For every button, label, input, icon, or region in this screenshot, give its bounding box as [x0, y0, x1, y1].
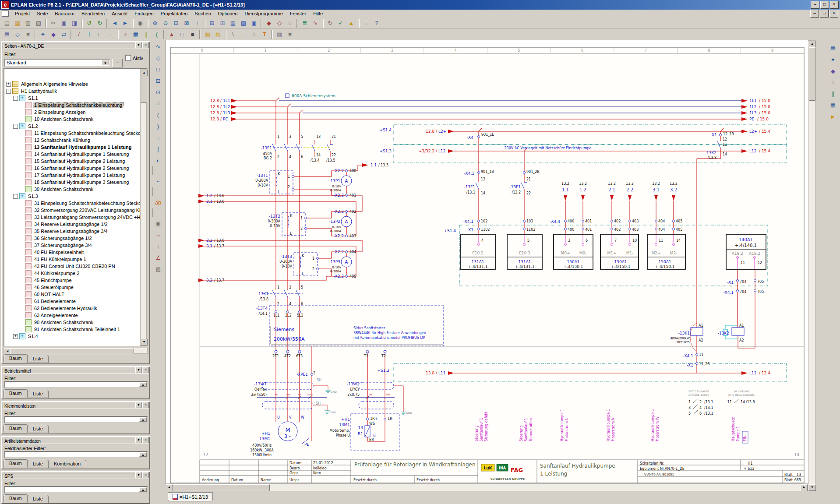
- tree-item[interactable]: 40 FU Einspeiseeinheit: [4, 249, 147, 256]
- close-button[interactable]: ×: [830, 1, 839, 9]
- find-icon[interactable]: ◉: [135, 18, 145, 28]
- graphic-line-icon[interactable]: \: [228, 29, 238, 40]
- ellipse-icon[interactable]: ◌: [153, 132, 163, 143]
- tree-item[interactable]: 16 Sanftanlauf Hydraulikpumpe 2 Steuerun…: [4, 165, 147, 172]
- terminal-icon[interactable]: ○: [120, 29, 131, 40]
- tree-item[interactable]: 14 Sanftanlauf Hydraulikpumpe 1 Steuerun…: [4, 151, 147, 158]
- symbol-select-icon[interactable]: ✦: [38, 29, 48, 40]
- nav-cables-icon[interactable]: ∥: [828, 88, 838, 99]
- aktiv-checkbox[interactable]: Aktiv: [125, 55, 143, 61]
- menu-projektdaten[interactable]: Projektdaten: [157, 10, 191, 17]
- collapse-icon[interactable]: -: [13, 96, 18, 101]
- tree-item[interactable]: 10 Ansichten Schaltschrank: [4, 116, 147, 123]
- panel-close-icon[interactable]: ×: [142, 472, 149, 478]
- tree-item[interactable]: ++S1.4: [4, 333, 147, 340]
- panel-menu-icon[interactable]: ▾: [135, 367, 142, 373]
- tree-item[interactable]: 63 Anzeigeelemente: [4, 312, 147, 319]
- circle-icon[interactable]: ○: [153, 98, 163, 109]
- tab-kombination[interactable]: Kombination: [48, 460, 86, 468]
- tree-item[interactable]: 1 Einspeisung Schaltschrankbeleuchtung: [4, 102, 147, 109]
- nav-symbols-icon[interactable]: ✦: [828, 54, 838, 65]
- nav-plc-icon[interactable]: ▦: [828, 100, 838, 110]
- check-icon[interactable]: ✓: [335, 18, 346, 28]
- text-icon[interactable]: ab: [153, 197, 163, 208]
- chevron-down-icon[interactable]: ▼: [139, 417, 147, 422]
- snap-grid-icon[interactable]: ▣: [249, 18, 259, 28]
- cable-definition-icon[interactable]: ∥: [141, 29, 152, 40]
- tab-liste[interactable]: Liste: [27, 355, 49, 363]
- polygon-icon[interactable]: ◇: [153, 53, 163, 63]
- plc-box-icon[interactable]: ▦: [131, 29, 141, 40]
- cross-reference-icon[interactable]: ⇄: [59, 29, 69, 40]
- zoom-window-icon[interactable]: ⊡: [171, 18, 181, 28]
- tab-baum[interactable]: Baum: [4, 389, 28, 398]
- collapse-icon[interactable]: -: [13, 124, 18, 129]
- panel-close-icon[interactable]: ×: [142, 42, 149, 48]
- insert-macro-icon[interactable]: ◇: [274, 18, 285, 28]
- panel-close-icon[interactable]: ×: [142, 367, 149, 373]
- menu-optionen[interactable]: Optionen: [215, 10, 241, 17]
- menu-projekt[interactable]: Projekt: [11, 10, 33, 17]
- potential-icon[interactable]: ∿: [310, 18, 321, 28]
- tree-item[interactable]: 11 Einspeisung Schaltschrankbeleuchtung …: [4, 130, 147, 137]
- canvas-horizontal-scrollbar[interactable]: ◄ ►: [165, 483, 808, 491]
- tree-item[interactable]: 60 NOT-HALT: [4, 291, 147, 298]
- menu-ansicht[interactable]: Ansicht: [108, 10, 131, 17]
- tab-baum[interactable]: Baum: [4, 354, 28, 363]
- menu-seite[interactable]: Seite: [33, 10, 51, 17]
- image-icon[interactable]: ▣: [153, 218, 163, 229]
- shield-icon[interactable]: (: [152, 29, 162, 40]
- dimension-angle-icon[interactable]: ∠: [153, 252, 163, 263]
- tab-liste[interactable]: Liste: [27, 495, 49, 503]
- panel-menu-icon[interactable]: ▾: [135, 437, 142, 443]
- print-icon[interactable]: ▧: [33, 18, 44, 28]
- circle-center-icon[interactable]: ⊙: [153, 87, 163, 97]
- tree-item[interactable]: 15 Sanftanlauf Hydraulikpumpe 2 Leistung: [4, 158, 147, 165]
- navigator-icon[interactable]: ◇: [12, 29, 23, 40]
- tree-item[interactable]: 36 Sicherungsabgänge 1/2: [4, 235, 147, 242]
- options-icon[interactable]: ≡: [285, 29, 295, 40]
- polyline-icon[interactable]: ∿: [153, 41, 163, 52]
- tab-liste[interactable]: Liste: [27, 390, 49, 398]
- filter-combobox[interactable]: Standard ▼: [4, 59, 110, 67]
- interruption-point-icon[interactable]: ▲: [166, 29, 177, 40]
- menu-fenster[interactable]: Fenster: [286, 10, 310, 17]
- tree-item[interactable]: 37 Sicherungsabgänge 3/4: [4, 242, 147, 249]
- plc-panel-title[interactable]: SPS: [3, 473, 148, 479]
- device-box-icon[interactable]: □: [177, 29, 187, 40]
- junction-icon[interactable]: ·: [105, 29, 116, 40]
- tree-item[interactable]: -+S1.3: [4, 193, 147, 200]
- canvas-vertical-scrollbar[interactable]: ▲ ▼: [808, 40, 815, 491]
- tree-item[interactable]: 12 Schaltschrank Kühlung: [4, 137, 147, 144]
- insert-terminal-icon[interactable]: ○: [285, 18, 295, 28]
- scroll-down-icon[interactable]: ▼: [808, 484, 816, 491]
- chevron-down-icon[interactable]: ▼: [102, 60, 109, 65]
- spline-icon[interactable]: ∫: [153, 144, 163, 154]
- collapse-icon[interactable]: -: [13, 194, 18, 199]
- tree-item[interactable]: 62 Bedienelemente Hydraulik: [4, 305, 147, 312]
- menu-bearbeiten[interactable]: Bearbeiten: [78, 10, 108, 17]
- tree-horizontal-scrollbar[interactable]: ◄: [4, 348, 148, 354]
- menu-bauraum[interactable]: Bauraum: [51, 10, 78, 17]
- tree-item[interactable]: 33 Leistungsabgang Stromversorgung 24VDC…: [4, 214, 147, 221]
- panel-menu-icon[interactable]: ▾: [135, 472, 142, 478]
- scroll-right-icon[interactable]: ►: [801, 484, 808, 491]
- filter-combobox[interactable]: ▼: [4, 451, 148, 458]
- zoom-in-icon[interactable]: ⊕: [150, 18, 160, 28]
- undo-icon[interactable]: ↺: [84, 18, 95, 28]
- hatch-icon[interactable]: ▨: [153, 264, 163, 274]
- checkbox-icon[interactable]: [125, 55, 131, 61]
- expand-icon[interactable]: +: [6, 82, 11, 87]
- graphic-text-icon[interactable]: T: [259, 29, 270, 40]
- tree-item[interactable]: 13 Sanftanlauf Hydraulikpumpe 1 Leistung: [4, 144, 147, 151]
- connection-icon[interactable]: ≣: [300, 18, 310, 28]
- tree-item[interactable]: 17 Sanftanlauf Hydraulikpumpe 3 Leistung: [4, 172, 147, 179]
- tab-baum[interactable]: Baum: [4, 424, 28, 433]
- grid-medium-icon[interactable]: ⊞: [217, 18, 228, 28]
- tree-item[interactable]: 91 Ansichten Schaltschrank Teileinheit 1: [4, 326, 147, 333]
- tree-item[interactable]: 32 Stromversorgung 230VAC Leistungsabgan…: [4, 207, 147, 214]
- arc-3point-icon[interactable]: (: [153, 109, 163, 120]
- scroll-left-icon[interactable]: ◄: [166, 484, 173, 491]
- update-icon[interactable]: ↻: [325, 18, 335, 28]
- menu-hilfe[interactable]: Hilfe: [310, 10, 326, 17]
